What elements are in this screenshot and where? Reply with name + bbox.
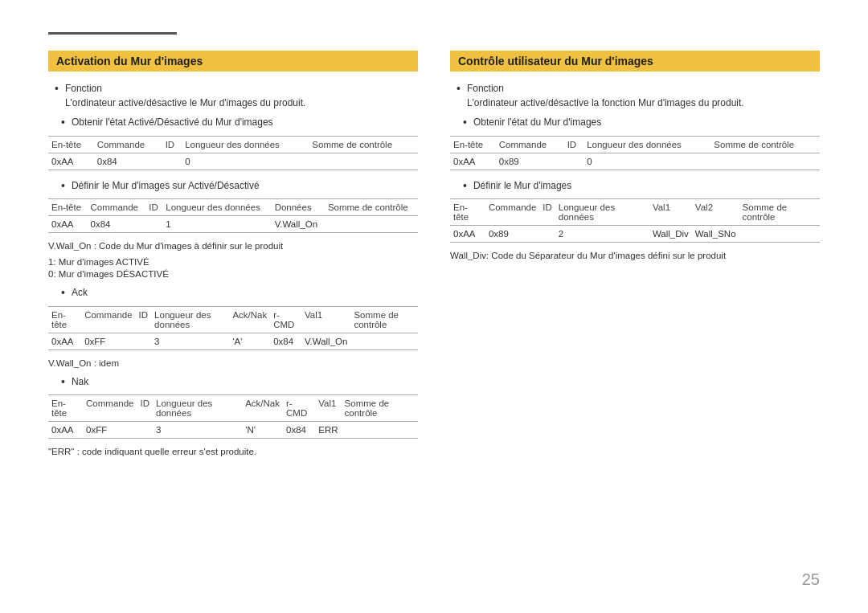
left-fonction-label: Fonction [65,81,305,96]
left-sub1-label: Obtenir l'état Activé/Désactivé du Mur d… [72,115,273,129]
left-t2-d1: 0xAA [48,216,88,233]
right-t1-d4: 0 [583,153,710,170]
right-table2-header-row: En-tête Commande ID Longueur des données… [450,199,820,226]
left-t3-h7: Val1 [301,306,350,333]
right-t2-h3: ID [539,199,555,226]
left-sub1: • Obtenir l'état Activé/Désactivé du Mur… [61,115,418,131]
right-sub2: • Définir le Mur d'images [463,178,820,194]
left-t3-h6: r-CMD [270,306,301,333]
left-ack-bullet: • Ack [61,285,418,301]
left-t3-d7: V.Wall_On [301,333,350,349]
right-bullet-dot-3: • [463,178,467,194]
bullet-dot-5: • [61,374,65,390]
left-t4-d4: 3 [153,422,242,439]
left-nak-bullet: • Nak [61,374,418,390]
left-t1-h3: ID [162,136,182,153]
left-table2-header-row: En-tête Commande ID Longueur des données… [48,199,418,216]
left-sub2: • Définir le Mur d'images sur Activé/Dés… [61,178,418,194]
left-t3-h8: Somme de contrôle [350,306,418,333]
left-t3-d2: 0xFF [81,333,135,349]
right-t2-d7 [739,226,820,243]
right-t2-d1: 0xAA [450,226,485,243]
right-t1-d2: 0x89 [496,153,564,170]
left-t2-d4: 1 [162,216,271,233]
left-t3-d3 [136,333,152,349]
left-t4-h6: r-CMD [283,395,315,422]
right-fonction-desc: L'ordinateur active/désactive la fonctio… [467,96,744,110]
left-sub2-label: Définir le Mur d'images sur Activé/Désac… [72,178,260,193]
left-t2-d6 [325,216,418,233]
left-t4-h8: Somme de contrôle [342,395,418,422]
right-bullet-dot-1: • [457,81,461,97]
right-table1: En-tête Commande ID Longueur des données… [450,136,820,170]
left-t4-d1: 0xAA [48,422,83,439]
left-t4-d5: 'N' [242,422,283,439]
left-note1: V.Wall_On : Code du Mur d'images à défin… [48,241,418,251]
left-table4-data-row: 0xAA 0xFF 3 'N' 0x84 ERR [48,422,418,439]
right-column: Contrôle utilisateur du Mur d'images • F… [450,51,820,463]
left-t3-h1: En-tête [48,306,81,333]
left-table3-data-row: 0xAA 0xFF 3 'A' 0x84 V.Wall_On [48,333,418,349]
right-t2-h2: Commande [485,199,539,226]
left-t2-h5: Données [272,199,325,216]
left-note4: V.Wall_On : idem [48,358,418,368]
left-t4-d7: ERR [315,422,341,439]
left-t1-d4: 0 [182,153,309,170]
page-number: 25 [802,570,820,589]
right-fonction-label: Fonction [467,81,744,96]
left-t4-d2: 0xFF [83,422,137,439]
left-t3-h5: Ack/Nak [229,306,270,333]
left-t4-d6: 0x84 [283,422,315,439]
right-t1-h2: Commande [496,136,564,153]
left-t1-h2: Commande [94,136,162,153]
left-t1-d3 [162,153,182,170]
right-section-title: Contrôle utilisateur du Mur d'images [450,51,820,72]
left-section-title: Activation du Mur d'images [48,51,418,72]
right-t1-h3: ID [564,136,584,153]
right-t2-d6: Wall_SNo [692,226,739,243]
right-t1-h5: Somme de contrôle [710,136,820,153]
left-t1-d2: 0x84 [94,153,162,170]
left-t1-d5 [309,153,418,170]
left-table2-data-row: 0xAA 0x84 1 V.Wall_On [48,216,418,233]
right-sub1-label: Obtenir l'état du Mur d'images [473,115,601,129]
right-table1-section: En-tête Commande ID Longueur des données… [450,136,820,170]
left-t4-h3: ID [137,395,154,422]
left-t3-h2: Commande [81,306,135,333]
left-column: Activation du Mur d'images • Fonction L'… [48,51,418,463]
left-t2-d3 [145,216,162,233]
left-t4-d8 [342,422,418,439]
right-t2-d3 [539,226,555,243]
left-t1-h4: Longueur des données [182,136,309,153]
left-table2-section: En-tête Commande ID Longueur des données… [48,198,418,233]
left-t3-d4: 3 [151,333,229,349]
left-t4-h5: Ack/Nak [242,395,283,422]
left-t3-d8 [350,333,418,349]
left-t4-h2: Commande [83,395,137,422]
right-table2-data-row: 0xAA 0x89 2 Wall_Div Wall_SNo [450,226,820,243]
bullet-dot-3: • [61,178,65,194]
left-note5: "ERR" : code indiquant quelle erreur s'e… [48,447,418,456]
right-sub2-label: Définir le Mur d'images [473,178,571,193]
left-t2-h3: ID [145,199,162,216]
left-t2-h2: Commande [88,199,146,216]
left-fonction-bullet: • Fonction L'ordinateur active/désactive… [55,81,418,110]
bullet-dot-4: • [61,285,65,301]
right-t2-h5: Val1 [649,199,692,226]
right-table1-data-row: 0xAA 0x89 0 [450,153,820,170]
right-t1-h1: En-tête [450,136,496,153]
left-table3: En-tête Commande ID Longueur des données… [48,306,418,350]
left-table1: En-tête Commande ID Longueur des données… [48,136,418,170]
right-bullet-dot-2: • [463,115,467,131]
left-fonction-desc: L'ordinateur active/désactive le Mur d'i… [65,96,305,110]
left-table1-header-row: En-tête Commande ID Longueur des données… [48,136,418,153]
left-table1-data-row: 0xAA 0x84 0 [48,153,418,170]
left-t1-d1: 0xAA [48,153,94,170]
left-t3-h3: ID [136,306,152,333]
left-t2-h1: En-tête [48,199,88,216]
left-table4-header-row: En-tête Commande ID Longueur des données… [48,395,418,422]
right-t1-d1: 0xAA [450,153,496,170]
main-content: Activation du Mur d'images • Fonction L'… [48,51,820,463]
left-ack-label: Ack [72,285,88,300]
top-bar [48,32,177,35]
